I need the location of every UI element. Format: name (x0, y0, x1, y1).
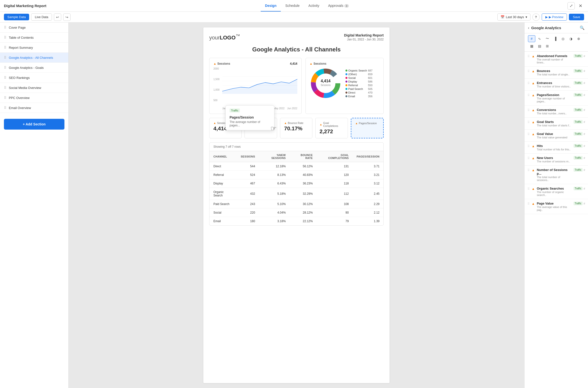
icon-tool-area-chart[interactable]: ▦ (528, 43, 535, 49)
table-row: Social2204.04%28.12%902.12 (209, 208, 383, 217)
icon-tool-table[interactable]: ▤ (536, 43, 543, 49)
metric-info: Page Value The average value of this pag… (537, 202, 572, 211)
metric-list-item-goal-starts[interactable]: ⠿ ▲ Goal Starts The total number of star… (525, 118, 588, 130)
preview-button[interactable]: ▶ ▶ Preview (542, 13, 567, 21)
hash-icon[interactable]: # (584, 145, 585, 147)
back-button[interactable]: ‹ (528, 26, 529, 30)
hash-icon[interactable]: # (584, 202, 585, 205)
drag-handle-google-analytics-all-channels: ⠿ (4, 56, 6, 60)
hash-icon[interactable]: # (584, 109, 585, 111)
metric-list-item-bounces[interactable]: ⠿ ▲ Bounces The total number of single..… (525, 67, 588, 79)
table-row: Display4676.43%36.23%1183.12 (209, 179, 383, 188)
main-layout: ⠿ Cover Page ⠿ Table of Contents ⠿ Repor… (0, 23, 588, 388)
share-button[interactable]: ⤢ (567, 2, 575, 10)
tab-design[interactable]: Design (261, 0, 281, 12)
app-title: Digital Marketing Report (4, 4, 46, 8)
report-card: yourLOGO™ Digital Marketing Report Jan 0… (203, 27, 390, 383)
legend-dot (345, 95, 347, 97)
icon-toolbar: #∿〜▐◎◑⊕▦▤⊞ (525, 33, 588, 52)
sidebar-item-social-media-overview[interactable]: ⠿ Social Media Overview (0, 83, 68, 93)
redo-button[interactable]: ↪ (63, 13, 71, 21)
hash-icon[interactable]: # (584, 187, 585, 190)
icon-tool-grid[interactable]: ⊞ (544, 43, 551, 49)
hash-icon[interactable]: # (584, 157, 585, 159)
drag-handle-cover-page: ⠿ (4, 25, 6, 29)
metric-desc: The overall number of times.. (537, 58, 572, 64)
sidebar-item-cover-page[interactable]: ⠿ Cover Page (0, 23, 68, 33)
traffic-badge: Traffic (574, 93, 583, 97)
hash-icon[interactable]: # (584, 82, 585, 85)
metric-name: Number of Sessions p... (537, 168, 572, 175)
table-cell: 12.18% (259, 162, 290, 171)
search-icon[interactable]: 🔍 (580, 25, 585, 30)
metric-list-item-abandoned-funnels[interactable]: ⠿ ▲ Abandoned Funnels The overall number… (525, 52, 588, 67)
metric-badges: Traffic # (574, 69, 585, 73)
sidebar-item-seo-rankings[interactable]: ⠿ SEO Rankings (0, 73, 68, 83)
top-tabs: DesignScheduleActivityApprovals3 (261, 0, 353, 12)
metric-value-pages-session (355, 126, 379, 132)
metric-list-item-entrances[interactable]: ⠿ ▲ Entrances The number of time visitor… (525, 79, 588, 91)
sidebar-item-report-summary[interactable]: ⠿ Report Summary (0, 43, 68, 53)
icon-tool-wave[interactable]: 〜 (544, 35, 551, 42)
metric-list-item-pages-session[interactable]: ⠿ ▲ Pages/Session The average number of … (525, 91, 588, 106)
hash-icon[interactable]: # (584, 169, 585, 171)
metric-info: Abandoned Funnels The overall number of … (537, 54, 572, 64)
metric-desc: The total number of single.. (537, 73, 572, 76)
icon-tool-hash[interactable]: # (528, 35, 535, 42)
tab-activity[interactable]: Activity (304, 0, 324, 12)
table-cell: 3.71 (353, 162, 383, 171)
sample-data-button[interactable]: Sample Data (4, 14, 29, 20)
metric-name: Conversions (537, 108, 572, 112)
metric-chart-icon: ▲ (532, 93, 535, 97)
metric-list-item-hits[interactable]: ⠿ ▲ Hits Total number of hits for this..… (525, 142, 588, 154)
metric-desc: The total number of starts f.. (537, 124, 572, 127)
traffic-badge: Traffic (574, 108, 583, 112)
hash-icon[interactable]: # (584, 121, 585, 123)
icon-tool-pie[interactable]: ◑ (567, 35, 575, 42)
metric-card-goal-completions: ▲ Goal Completions 2,272 (315, 118, 348, 138)
hash-icon[interactable]: # (584, 55, 585, 58)
hash-icon[interactable]: # (584, 133, 585, 135)
help-button[interactable]: ? (532, 13, 540, 21)
metric-card-pages-session[interactable]: ▲ Pages/Session (351, 118, 384, 138)
icon-tool-bar-chart[interactable]: ▐ (551, 35, 559, 42)
metric-chart-icon: ▲ (532, 132, 535, 136)
legend-dot (345, 84, 347, 86)
logo-tm: ™ (236, 33, 240, 38)
icon-tool-line-chart[interactable]: ∿ (536, 35, 543, 42)
drag-handle: ⠿ (527, 169, 530, 172)
save-button[interactable]: Save (569, 14, 584, 20)
metric-info: Conversions The total numbe...nvers.. (537, 108, 572, 115)
undo-button[interactable]: ↩ (54, 13, 61, 21)
metric-list-item-new-users[interactable]: ⠿ ▲ New Users The number of sessions m..… (525, 154, 588, 166)
sidebar-item-google-analytics-all-channels[interactable]: ⠿ Google Analytics - All Channels (0, 53, 68, 63)
metric-list-item-goal-value[interactable]: ⠿ ▲ Goal Value The total value generated… (525, 130, 588, 142)
right-panel-title: Google Analytics (531, 26, 578, 30)
sidebar-item-ppc-overview[interactable]: ⠿ PPC Overview (0, 93, 68, 103)
add-section-button[interactable]: + Add Section (4, 119, 64, 130)
metric-badges: Traffic # (574, 81, 585, 85)
sidebar-item-google-analytics-goals[interactable]: ⠿ Google Analytics - Goals (0, 63, 68, 73)
sidebar-item-email-overview[interactable]: ⠿ Email Overview (0, 103, 68, 113)
hash-icon[interactable]: # (584, 94, 585, 97)
table-cell: Referral (209, 171, 237, 179)
traffic-badge: Traffic (574, 168, 583, 172)
metric-list-item-organic-searches[interactable]: ⠿ ▲ Organic Searches The number of organ… (525, 184, 588, 199)
metric-list-item-number-of-sessions[interactable]: ⠿ ▲ Number of Sessions p... The total nu… (525, 166, 588, 184)
table-cell: 118 (317, 179, 353, 188)
metric-list-item-conversions[interactable]: ⠿ ▲ Conversions The total numbe...nvers.… (525, 106, 588, 118)
date-range-button[interactable]: 📅 Last 30 days ▾ (497, 13, 530, 21)
tab-approvals[interactable]: Approvals3 (324, 0, 353, 12)
hash-icon[interactable]: # (584, 70, 585, 73)
icon-tool-globe[interactable]: ⊕ (575, 35, 582, 42)
sidebar-item-table-of-contents[interactable]: ⠿ Table of Contents (0, 33, 68, 43)
table-row: Paid Search2435.10%30.12%1082.29 (209, 200, 383, 208)
metric-chart-icon: ▲ (532, 144, 535, 148)
tab-schedule[interactable]: Schedule (281, 0, 304, 12)
second-bar: Sample Data Live Data ↩ ↪ 📅 Last 30 days… (0, 12, 588, 23)
live-data-button[interactable]: Live Data (31, 13, 52, 21)
close-button[interactable]: ✕ (577, 2, 584, 10)
icon-tool-dial[interactable]: ◎ (559, 35, 567, 42)
metric-list-item-page-value[interactable]: ⠿ ▲ Page Value The average value of this… (525, 199, 588, 214)
metric-chart-icon: ▲ (532, 187, 535, 191)
